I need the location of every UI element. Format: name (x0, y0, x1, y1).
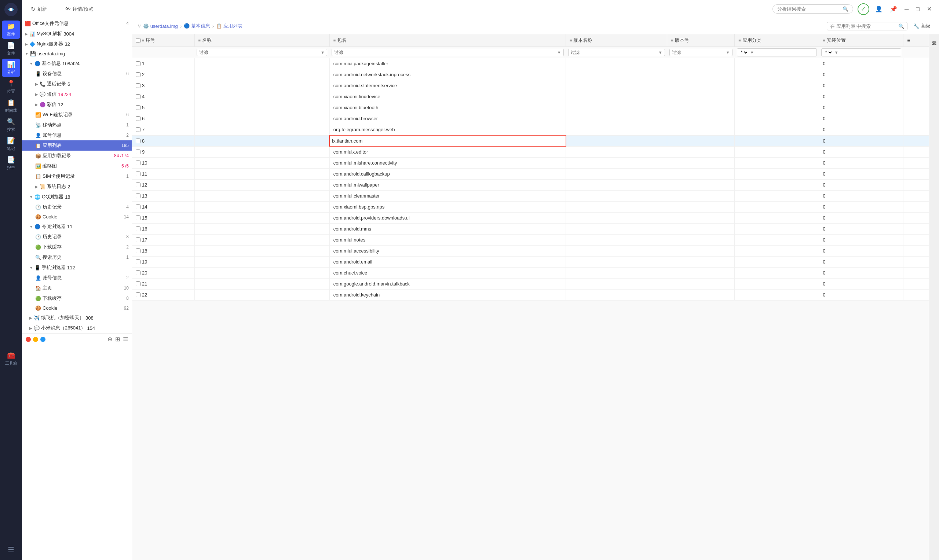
sidebar-item-account[interactable]: 👤 账号信息 2 (22, 130, 132, 140)
sidebar-item-wifi[interactable]: 📶 Wi-Fi连接记录 6 (22, 109, 132, 120)
add-icon[interactable]: ⊕ (108, 336, 112, 343)
nav-menu-icon[interactable]: ☰ (8, 545, 14, 554)
row-checkbox[interactable] (136, 83, 140, 88)
row-checkbox[interactable] (136, 282, 140, 286)
nav-item-report[interactable]: 📑 报告 (2, 154, 20, 172)
filter-vernum-input[interactable] (672, 50, 725, 55)
row-checkbox[interactable] (136, 248, 140, 253)
row-checkbox[interactable] (136, 94, 140, 99)
row-checkbox[interactable] (136, 72, 140, 77)
row-checkbox[interactable] (136, 172, 140, 176)
sidebar-item-mobile-browser[interactable]: ▼ 📱 手机浏览器 112 (22, 262, 132, 273)
sidebar-item-mb-download[interactable]: 🟢 下载缓存 8 (22, 293, 132, 303)
sidebar-item-vivo-download[interactable]: 🟢 下载缓存 2 (22, 242, 132, 252)
table-search-box[interactable]: 🔍 (827, 22, 907, 31)
user-icon[interactable]: 👤 (874, 4, 884, 14)
sidebar-item-nginx[interactable]: ▶ 🔷 Nginx服务器 32 (22, 39, 132, 49)
row-checkbox[interactable] (136, 105, 140, 110)
row-checkbox[interactable] (136, 160, 140, 165)
row-checkbox[interactable] (136, 260, 140, 264)
breadcrumb-userdata[interactable]: ⚙️ userdata.img (143, 23, 178, 29)
sidebar-item-vivo-search[interactable]: 🔍 搜索历史 1 (22, 252, 132, 262)
nav-item-analysis[interactable]: 📊 分析 (2, 58, 20, 77)
sidebar-item-mms[interactable]: ▶ 🟣 彩信 12 (22, 99, 132, 109)
sidebar-item-app-list[interactable]: 📋 应用列表 185 (22, 140, 132, 151)
row-checkbox[interactable] (136, 215, 140, 220)
sidebar-item-basic-info[interactable]: ▼ 🔵 基本信息 108/424 (22, 58, 132, 69)
breadcrumb-basic-info[interactable]: 🔵 基本信息 (184, 23, 210, 29)
filter-install[interactable]: * ▼ (819, 47, 904, 58)
row-checkbox[interactable] (136, 292, 140, 297)
sidebar-item-mysql[interactable]: ▶ 📊 MySQL解析 3004 (22, 29, 132, 39)
filter-category-select[interactable]: * (740, 49, 749, 55)
refresh-button[interactable]: ↻ 刷新 (28, 4, 50, 14)
pin-icon[interactable]: 📌 (888, 4, 899, 14)
detail-preview-button[interactable]: 👁 详情/预览 (62, 5, 96, 14)
cell-ver-num (667, 135, 735, 146)
maximize-icon[interactable]: □ (914, 5, 921, 14)
close-icon[interactable]: ✕ (925, 4, 933, 14)
nav-item-location[interactable]: 📍 位置 (2, 78, 20, 96)
minimize-icon[interactable]: ─ (903, 5, 910, 14)
nav-item-files[interactable]: 📄 文件 (2, 40, 20, 58)
row-checkbox[interactable] (136, 226, 140, 231)
filter-name[interactable]: ▼ (194, 47, 329, 58)
row-checkbox[interactable] (136, 194, 140, 198)
cell-install: 0 (819, 278, 904, 289)
row-checkbox[interactable] (136, 149, 140, 154)
filter-install-select[interactable]: * (824, 49, 833, 55)
red-dot-button[interactable] (26, 337, 31, 342)
filter-package[interactable]: ▼ (329, 47, 566, 58)
nav-item-notes[interactable]: 📝 笔记 (2, 135, 20, 153)
filter-vername-input[interactable] (571, 50, 657, 55)
sidebar-item-thumbnail[interactable]: 🖼️ 缩略图 5 /5 (22, 161, 132, 171)
global-search-box[interactable]: 🔍 (772, 5, 853, 14)
row-checkbox[interactable] (136, 116, 140, 121)
grid-view-icon[interactable]: ⊞ (115, 336, 120, 343)
row-checkbox[interactable] (136, 138, 140, 143)
advanced-button[interactable]: 🔧 高级 (910, 21, 933, 31)
sidebar-item-sms[interactable]: ▶ 💬 短信 19 /24 (22, 89, 132, 99)
sidebar-item-vivo-browser[interactable]: ▼ 🔵 夸克浏览器 11 (22, 222, 132, 232)
yellow-dot-button[interactable] (33, 337, 38, 342)
sidebar-item-label: 历史记录 (43, 234, 62, 240)
sidebar-item-calllog[interactable]: ▶ 📞 通话记录 6 (22, 79, 132, 89)
row-checkbox[interactable] (136, 237, 140, 242)
filter-package-input[interactable] (334, 50, 555, 55)
sidebar-item-mb-home[interactable]: 🏠 主页 10 (22, 283, 132, 293)
sidebar-item-syslog[interactable]: ▶ 📜 系统日志 2 (22, 182, 132, 192)
sidebar-item-qq-browser[interactable]: ▼ 🌐 QQ浏览器 18 (22, 192, 132, 202)
sidebar-item-mb-account[interactable]: 👤 账号信息 2 (22, 273, 132, 283)
nav-item-timeline[interactable]: 📋 时间线 (2, 97, 20, 115)
select-all-checkbox[interactable] (136, 38, 140, 43)
global-search-input[interactable] (777, 6, 840, 12)
row-checkbox[interactable] (136, 271, 140, 275)
sidebar-item-app-install[interactable]: 📦 应用加载记录 84 /174 (22, 151, 132, 161)
sidebar-item-qq-cookie[interactable]: 🍪 Cookie 14 (22, 212, 132, 222)
sidebar-item-qq-history[interactable]: 🕐 历史记录 4 (22, 202, 132, 212)
sidebar-item-hotspot[interactable]: 📡 移动热点 1 (22, 120, 132, 130)
table-search-input[interactable] (830, 23, 896, 29)
cell-package[interactable]: lx.tiantian.com (329, 135, 566, 146)
row-checkbox[interactable] (136, 183, 140, 187)
sidebar-item-sim[interactable]: 📋 SIM卡使用记录 1 (22, 171, 132, 182)
row-checkbox[interactable] (136, 61, 140, 66)
sidebar-item-office[interactable]: 🟥 Office文件元信息 4 (22, 18, 132, 29)
filter-category[interactable]: * ▼ (735, 47, 819, 58)
sidebar-item-vivo-history[interactable]: 🕐 历史记录 8 (22, 232, 132, 242)
filter-name-input[interactable] (199, 50, 319, 55)
sidebar-item-telegram[interactable]: ▶ ✈️ 纸飞机（加密聊天） 308 (22, 312, 132, 323)
blue-dot-button[interactable] (40, 337, 45, 342)
filter-ver-num[interactable]: ▼ (667, 47, 735, 58)
sidebar-item-mb-cookie[interactable]: 🍪 Cookie 92 (22, 303, 132, 312)
nav-item-toolbox[interactable]: 🧰 工具箱 (2, 350, 20, 368)
row-checkbox[interactable] (136, 127, 140, 132)
row-checkbox[interactable] (136, 205, 140, 209)
list-view-icon[interactable]: ☰ (123, 336, 128, 343)
nav-item-search[interactable]: 🔍 搜索 (2, 116, 20, 134)
sidebar-item-device[interactable]: 📱 设备信息 6 (22, 69, 132, 79)
sidebar-item-xiaomi-msg[interactable]: ▶ 💬 小米消息（265041） 154 (22, 323, 132, 333)
filter-ver-name[interactable]: ▼ (566, 47, 667, 58)
sidebar-item-userdata[interactable]: ▼ 💾 userdata.img (22, 49, 132, 58)
nav-item-cases[interactable]: 📁 案件 (2, 20, 20, 39)
